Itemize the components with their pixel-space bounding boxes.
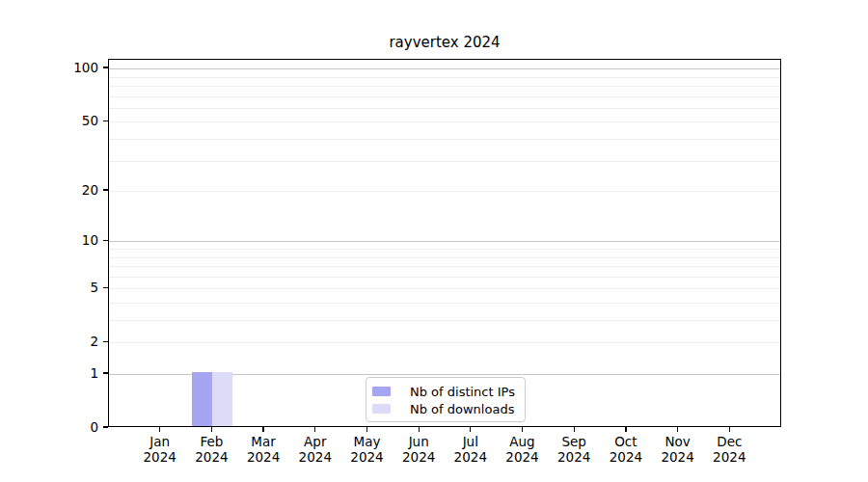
x-tick-label: Mar2024 bbox=[236, 434, 290, 465]
x-tick-mark bbox=[522, 427, 523, 432]
x-tick-label: Aug2024 bbox=[496, 434, 550, 465]
x-tick-mark bbox=[677, 427, 678, 432]
y-tick-mark bbox=[103, 287, 108, 288]
y-tick-mark bbox=[103, 240, 108, 241]
y-tick-label: 10 bbox=[56, 231, 98, 249]
x-tick-label: Sep2024 bbox=[547, 434, 601, 465]
legend-item-distinct-ips: Nb of distinct IPs bbox=[372, 384, 517, 399]
x-tick-mark bbox=[314, 427, 315, 432]
x-tick-mark bbox=[366, 427, 367, 432]
x-tick-mark bbox=[470, 427, 471, 432]
x-tick-mark bbox=[211, 427, 212, 432]
legend-label-distinct-ips: Nb of distinct IPs bbox=[410, 385, 515, 399]
x-tick-mark bbox=[729, 427, 730, 432]
x-tick-label: Jan2024 bbox=[133, 434, 187, 465]
x-tick-label: Jun2024 bbox=[392, 434, 446, 465]
x-tick-label: Nov2024 bbox=[651, 434, 705, 465]
x-tick-label: Feb2024 bbox=[184, 434, 238, 465]
y-tick-mark bbox=[103, 372, 108, 373]
bars-layer bbox=[109, 60, 780, 426]
x-tick-mark bbox=[419, 427, 420, 432]
legend: Nb of distinct IPs Nb of downloads bbox=[366, 377, 526, 422]
y-tick-label: 2 bbox=[56, 333, 98, 350]
y-tick-mark bbox=[103, 189, 108, 190]
x-tick-label: May2024 bbox=[340, 434, 394, 465]
y-tick-mark bbox=[103, 341, 108, 342]
bar-distinct-ips bbox=[192, 372, 212, 426]
y-tick-label: 100 bbox=[56, 59, 98, 76]
x-tick-label: Oct2024 bbox=[599, 434, 653, 465]
x-tick-mark bbox=[262, 427, 263, 432]
y-tick-label: 50 bbox=[56, 112, 98, 129]
x-tick-mark bbox=[625, 427, 626, 432]
y-tick-label: 0 bbox=[56, 418, 98, 436]
x-tick-mark bbox=[574, 427, 575, 432]
y-tick-label: 20 bbox=[56, 181, 98, 199]
y-tick-label: 5 bbox=[56, 279, 98, 296]
y-tick-label: 1 bbox=[56, 364, 98, 382]
y-tick-mark bbox=[103, 67, 108, 67]
x-tick-mark bbox=[159, 427, 160, 432]
figure: rayvertex 2024 0125102050100 Jan2024Feb2… bbox=[0, 0, 868, 482]
y-tick-mark bbox=[103, 426, 108, 427]
legend-item-downloads: Nb of downloads bbox=[372, 401, 517, 416]
legend-label-downloads: Nb of downloads bbox=[410, 402, 514, 416]
x-tick-label: Jul2024 bbox=[444, 434, 498, 465]
x-tick-label: Dec2024 bbox=[702, 434, 756, 465]
x-tick-label: Apr2024 bbox=[288, 434, 342, 465]
y-tick-mark bbox=[103, 120, 108, 121]
bar-downloads bbox=[212, 372, 232, 426]
plot-area: Nb of distinct IPs Nb of downloads bbox=[108, 59, 781, 427]
chart-title: rayvertex 2024 bbox=[108, 33, 781, 52]
legend-swatch-distinct-ips-icon bbox=[372, 387, 391, 396]
legend-swatch-downloads-icon bbox=[372, 404, 391, 414]
